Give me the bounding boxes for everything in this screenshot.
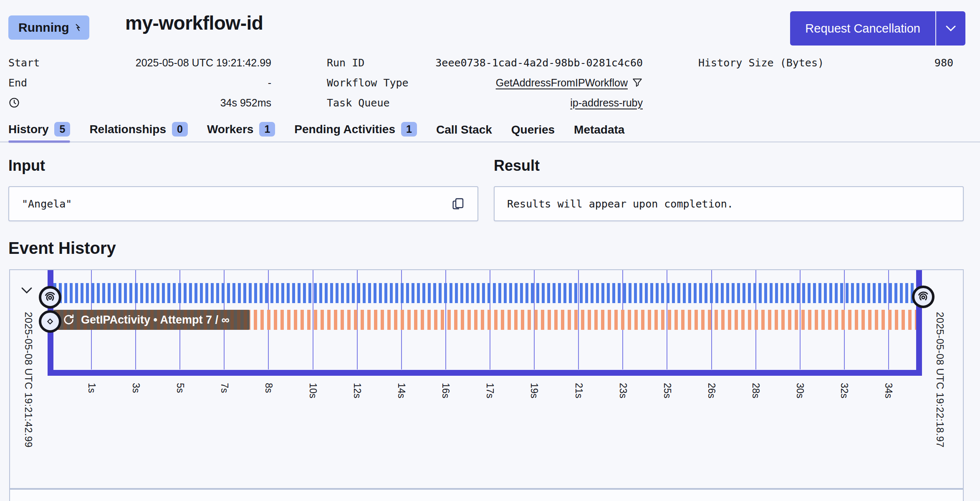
tab-count-badge: 1	[259, 122, 275, 137]
task-queue-label: Task Queue	[327, 97, 390, 109]
activity-span-label: GetIPActivity • Attempt 7 / ∞	[81, 314, 230, 326]
tab-pending-activities[interactable]: Pending Activities 1	[294, 122, 417, 143]
tick-label: 19s	[528, 383, 540, 398]
tab-history[interactable]: History 5	[8, 122, 70, 143]
workflow-details-page: Running my-workflow-id Request Cancellat…	[0, 0, 980, 501]
end-label: End	[8, 77, 27, 89]
input-result-section: Input "Angela" Result Results will appea…	[8, 157, 964, 221]
activity-start-node	[39, 310, 61, 333]
workflow-start-node	[39, 286, 61, 309]
task-queue-link[interactable]: ip-address-ruby	[570, 97, 643, 109]
tab-label: Queries	[511, 123, 555, 137]
timeline-end-timestamp: 2025-05-08 UTC 19:22:18.97	[934, 312, 946, 448]
tick-label: 23s	[617, 383, 629, 398]
chevron-down-icon	[20, 286, 33, 295]
tick-label: 5s	[174, 383, 186, 393]
duration-value: 34s 952ms	[220, 97, 271, 109]
result-title: Result	[494, 157, 964, 175]
result-box: Results will appear upon completion.	[494, 186, 964, 221]
tick-label: 14s	[396, 383, 407, 398]
run-id-value: 3eee0738-1cad-4a2d-98bb-0281c4c60	[435, 57, 643, 69]
end-value: -	[268, 77, 271, 89]
workflow-current-node	[912, 286, 935, 308]
event-history-title: Event History	[8, 239, 116, 258]
tick-label: 12s	[351, 383, 363, 398]
history-size-label: History Size (Bytes)	[698, 57, 824, 69]
tab-label: Pending Activities	[294, 123, 395, 136]
tick-label: 32s	[839, 383, 850, 398]
tab-call-stack[interactable]: Call Stack	[436, 123, 492, 143]
diamond-icon	[45, 316, 56, 327]
meta-row-duration: 34s 952ms	[8, 93, 271, 113]
tick-label: 28s	[750, 383, 761, 398]
start-label: Start	[8, 57, 40, 69]
activity-span-chip[interactable]: GetIPActivity • Attempt 7 / ∞	[53, 310, 250, 330]
workflow-spiral-icon	[917, 291, 929, 303]
tab-count-badge: 0	[172, 122, 188, 137]
tick-label: 21s	[573, 383, 584, 398]
timeline-axis-bar	[48, 370, 922, 376]
meta-row-start: Start 2025-05-08 UTC 19:21:42.99	[8, 53, 271, 73]
tick-label: 25s	[662, 383, 673, 398]
page-title: my-workflow-id	[125, 12, 263, 34]
tabs-divider	[0, 142, 980, 142]
tick-label: 8s	[263, 383, 274, 393]
run-id-label: Run ID	[327, 57, 364, 69]
tab-workers[interactable]: Workers 1	[207, 122, 275, 143]
meta-row-history-size: History Size (Bytes) 980	[698, 53, 953, 73]
status-label: Running	[18, 20, 69, 35]
tick-label: 34s	[883, 383, 894, 398]
tab-label: Relationships	[89, 123, 166, 136]
workflow-metadata: Start 2025-05-08 UTC 19:21:42.99 End - 3…	[8, 53, 953, 113]
tab-relationships[interactable]: Relationships 0	[89, 122, 188, 143]
tick-label: 30s	[794, 383, 806, 398]
running-spinner-icon	[74, 23, 81, 32]
tab-label: Workers	[207, 123, 254, 136]
filter-icon[interactable]	[632, 77, 643, 88]
tick-label: 16s	[440, 383, 451, 398]
tick-label: 17s	[484, 383, 495, 398]
status-badge: Running	[8, 15, 89, 40]
event-history-timeline: GetIPActivity • Attempt 7 / ∞	[9, 269, 964, 489]
history-size-value: 980	[935, 57, 953, 69]
meta-row-end: End -	[8, 73, 271, 93]
tab-metadata[interactable]: Metadata	[574, 123, 624, 143]
meta-row-run-id: Run ID 3eee0738-1cad-4a2d-98bb-0281c4c60	[327, 53, 643, 73]
workflow-type-link[interactable]: GetAddressFromIPWorkflow	[496, 77, 628, 89]
input-title: Input	[8, 157, 478, 175]
clock-icon	[8, 97, 20, 109]
tick-label: 7s	[219, 383, 230, 393]
tick-label: 3s	[130, 383, 141, 393]
tab-count-badge: 5	[54, 122, 70, 137]
input-value: "Angela"	[22, 198, 72, 210]
retry-icon	[63, 314, 75, 326]
tick-label: 10s	[307, 383, 318, 398]
tab-label: History	[8, 123, 48, 136]
meta-row-workflow-type: Workflow Type GetAddressFromIPWorkflow	[327, 73, 643, 93]
timeline-start-timestamp: 2025-05-08 UTC 19:21:42.99	[23, 312, 34, 448]
input-box: "Angela"	[8, 186, 478, 221]
tab-queries[interactable]: Queries	[511, 123, 555, 143]
next-section-panel	[9, 489, 964, 501]
request-cancellation-split-button: Request Cancellation	[790, 11, 965, 46]
request-cancellation-button[interactable]: Request Cancellation	[790, 11, 935, 46]
tick-label: 1s	[86, 383, 97, 393]
copy-icon	[451, 197, 465, 211]
copy-input-button[interactable]	[451, 197, 465, 211]
tab-label: Metadata	[574, 123, 624, 137]
workflow-tabs: History 5 Relationships 0 Workers 1 Pend…	[8, 122, 624, 143]
chevron-down-icon	[945, 25, 957, 32]
cancel-menu-chevron-button[interactable]	[935, 11, 965, 46]
workflow-spiral-icon	[44, 291, 56, 304]
tab-label: Call Stack	[436, 123, 492, 137]
meta-row-task-queue: Task Queue ip-address-ruby	[327, 93, 643, 113]
workflow-execution-span[interactable]	[53, 283, 916, 303]
timeline-collapse-button[interactable]	[20, 286, 33, 295]
tab-count-badge: 1	[401, 122, 417, 137]
timeline-tick-labels: 1s 3s 5s 7s 8s 10s 12s 14s 16s 17s 19s 2…	[86, 383, 894, 398]
workflow-type-label: Workflow Type	[327, 77, 409, 89]
tick-label: 26s	[706, 383, 717, 398]
result-value: Results will appear upon completion.	[507, 198, 733, 210]
start-value: 2025-05-08 UTC 19:21:42.99	[136, 57, 271, 69]
